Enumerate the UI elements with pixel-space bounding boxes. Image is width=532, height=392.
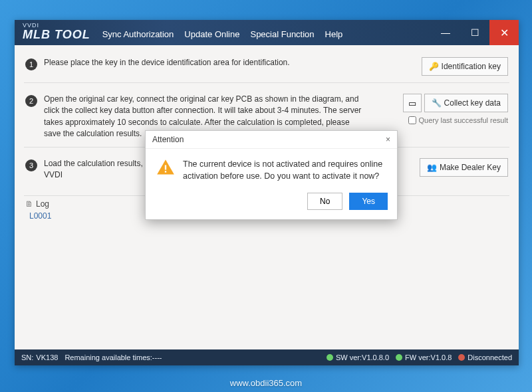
status-connection: Disconnected: [458, 353, 512, 361]
dialog-message: The current device is not activated and …: [183, 158, 386, 182]
log-header-label: Log: [36, 199, 49, 209]
collect-key-data-label: Collect key data: [444, 98, 501, 108]
window-controls: — ☐ ✕: [431, 20, 519, 45]
dialog-body: The current device is not activated and …: [146, 149, 397, 189]
log-body: L0001: [24, 210, 509, 345]
step-1: 1 Please place the key in the device ide…: [24, 52, 509, 83]
ok-dot-icon: [396, 354, 402, 361]
menu-sync[interactable]: Sync Authorization: [102, 29, 174, 39]
bad-dot-icon: [458, 354, 465, 361]
warning-icon: [156, 158, 175, 182]
sn-label: SN:: [21, 353, 33, 361]
dialog-yes-button[interactable]: Yes: [349, 193, 388, 210]
step-2-number: 2: [25, 95, 37, 107]
make-dealer-key-label: Make Dealer Key: [440, 163, 501, 172]
status-sn: SN: VK138: [21, 353, 58, 361]
dialog-title: Attention: [152, 135, 184, 144]
ok-dot-icon: [327, 354, 333, 361]
status-sw: SW ver:V1.0.8.0: [327, 353, 389, 361]
identification-key-button[interactable]: 🔑 Identification key: [422, 57, 508, 76]
query-last-result-label: Query last successful result: [419, 116, 509, 124]
dealer-key-icon: 👥: [427, 163, 437, 172]
menu-help[interactable]: Help: [325, 29, 343, 39]
menu-bar: Sync Authorization Update Online Special…: [102, 29, 343, 39]
identification-key-label: Identification key: [442, 62, 501, 71]
title-bar: VVDI MLB TOOL Sync Authorization Update …: [15, 20, 519, 45]
sn-value: VK138: [36, 353, 58, 361]
dialog-no-button[interactable]: No: [307, 193, 342, 210]
close-button[interactable]: ✕: [489, 20, 519, 45]
collect-key-data-button[interactable]: 🔧 Collect key data: [424, 94, 508, 112]
minimize-button[interactable]: —: [431, 20, 460, 45]
attention-dialog: Attention × The current device is not ac…: [145, 130, 398, 220]
query-last-result-checkbox[interactable]: [408, 116, 416, 124]
make-dealer-key-button[interactable]: 👥 Make Dealer Key: [420, 158, 508, 177]
query-last-result-row[interactable]: Query last successful result: [408, 116, 509, 124]
collect-icon: 🔧: [432, 98, 442, 108]
step-1-text: Please place the key in the device ident…: [44, 57, 290, 70]
step-3-number: 3: [25, 159, 37, 171]
dialog-buttons: No Yes: [146, 189, 397, 219]
fw-version: FW ver:V1.0.8: [405, 353, 452, 361]
diagram-icon: ▭: [408, 98, 416, 108]
diagram-button[interactable]: ▭: [403, 94, 422, 112]
svg-rect-1: [165, 171, 166, 172]
connection-state: Disconnected: [467, 353, 512, 361]
sw-version: SW ver:V1.0.8.0: [336, 353, 389, 361]
status-remaining: Remaining available times:----: [65, 353, 162, 361]
key-icon: 🔑: [429, 62, 439, 71]
svg-rect-0: [165, 165, 166, 170]
menu-update[interactable]: Update Online: [184, 29, 239, 39]
status-bar: SN: VK138 Remaining available times:----…: [15, 349, 519, 365]
watermark: www.obdii365.com: [0, 378, 532, 388]
maximize-button[interactable]: ☐: [460, 20, 489, 45]
status-fw: FW ver:V1.0.8: [396, 353, 452, 361]
brand-small: VVDI: [23, 22, 39, 29]
document-icon: 🗎: [25, 199, 33, 209]
step-1-number: 1: [25, 58, 37, 70]
menu-special[interactable]: Special Function: [250, 29, 314, 39]
dialog-titlebar: Attention ×: [146, 131, 397, 149]
dialog-close-button[interactable]: ×: [386, 135, 390, 144]
